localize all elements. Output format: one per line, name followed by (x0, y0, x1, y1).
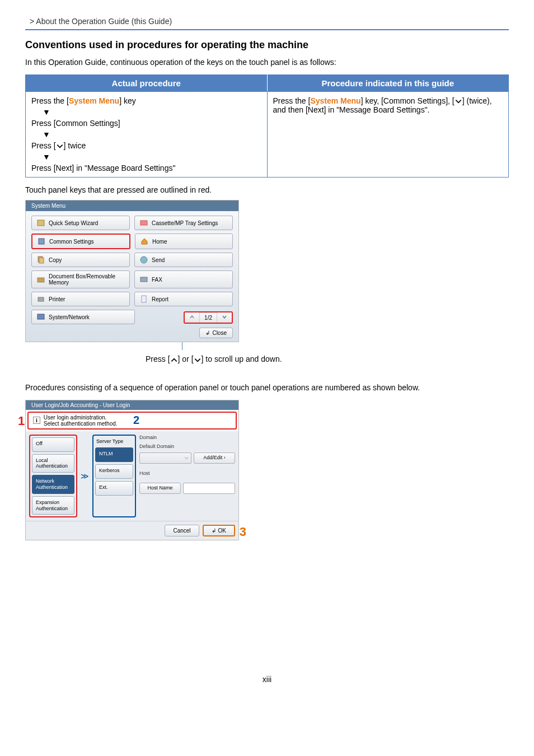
text: Press the [ (31, 96, 69, 105)
hostname-button[interactable]: Host Name (139, 483, 181, 494)
procedure-table: Actual procedure Procedure indicated in … (25, 74, 509, 178)
label: Document Box/Removable Memory (49, 273, 125, 286)
chevron-down-icon (455, 97, 462, 105)
svg-point-5 (140, 256, 147, 263)
svg-rect-7 (140, 277, 147, 282)
label: System/Network (49, 314, 90, 320)
svg-rect-4 (39, 258, 44, 263)
send-icon (139, 255, 148, 264)
domain-label: Domain (139, 435, 235, 440)
label: OK (218, 528, 226, 534)
td-guide: Press the [System Menu] key, [Common Set… (267, 92, 509, 178)
scroll-up-button[interactable] (185, 312, 200, 323)
dropdown-icon (184, 456, 189, 460)
text: ] to scroll up and down. (202, 354, 282, 363)
kerberos-tab[interactable]: Kerberos (95, 464, 133, 479)
svg-rect-6 (38, 278, 44, 282)
intro-text: In this Operation Guide, continuous oper… (25, 58, 509, 67)
hostname-input[interactable] (183, 483, 235, 494)
label: FAX (152, 277, 162, 283)
cassette-button[interactable]: Cassette/MP Tray Settings (134, 216, 233, 230)
label: Send (152, 257, 165, 263)
send-button[interactable]: Send (134, 253, 233, 267)
home-icon (140, 237, 149, 246)
step-1: 1 (18, 414, 25, 428)
report-button[interactable]: Report (134, 292, 233, 306)
enter-icon: ↲ (212, 528, 216, 534)
ok-button[interactable]: ↲OK (203, 525, 235, 536)
network-auth-tab[interactable]: Network Authentication (32, 475, 74, 494)
common-settings-button[interactable]: Common Settings (31, 234, 130, 249)
domain-input[interactable] (139, 452, 191, 464)
svg-rect-0 (38, 220, 44, 226)
text: Press [ (146, 354, 170, 363)
text: Press [ (31, 141, 56, 150)
chevron-right-icon: › (224, 455, 226, 460)
expansion-auth-tab[interactable]: Expansion Authentication (32, 496, 74, 515)
text: Select authentication method. (44, 421, 118, 427)
copy-button[interactable]: Copy (31, 253, 130, 267)
ntlm-tab[interactable]: NTLM (95, 447, 133, 462)
info-bar: i User login administration.Select authe… (27, 412, 237, 430)
th-actual: Actual procedure (26, 75, 268, 92)
label: Printer (49, 296, 65, 302)
step-2: 2 (133, 414, 139, 427)
page-number: xiii (25, 675, 509, 684)
ext-tab[interactable]: Ext. (95, 481, 133, 496)
chevron-down-icon (194, 356, 202, 364)
th-guide: Procedure indicated in this guide (267, 75, 509, 92)
fields-column: Domain Default Domain Add/Edit › Host Ho… (139, 435, 235, 518)
enter-icon: ↲ (205, 330, 210, 336)
step-3: 3 (240, 525, 246, 539)
quick-setup-button[interactable]: Quick Setup Wizard (31, 216, 130, 230)
info-icon: i (33, 417, 40, 424)
label: Copy (49, 257, 62, 263)
default-domain-label: Default Domain (139, 444, 235, 449)
svg-rect-9 (142, 296, 146, 302)
host-label: Host (139, 470, 235, 476)
down-arrow-icon: ▼ (43, 130, 50, 139)
label: Report (152, 296, 168, 302)
label: Quick Setup Wizard (49, 220, 98, 226)
system-menu-panel: System Menu Quick Setup Wizard Cassette/… (25, 200, 239, 342)
printer-icon (36, 295, 45, 304)
text: ] twice (64, 141, 86, 150)
svg-rect-1 (140, 221, 147, 225)
panel-title: System Menu (26, 200, 238, 211)
network-icon (36, 312, 45, 321)
close-button[interactable]: ↲Close (199, 328, 233, 338)
text: ] or [ (178, 354, 194, 363)
network-button[interactable]: System/Network (31, 310, 135, 324)
add-edit-button[interactable]: Add/Edit › (194, 452, 235, 464)
home-button[interactable]: Home (135, 234, 233, 249)
text: Press [Common Settings] (31, 119, 120, 128)
tray-icon (139, 218, 148, 227)
caption: Press [] or [] to scroll up and down. (146, 354, 509, 363)
scroll-down-button[interactable] (217, 312, 232, 323)
chevron-down-icon (56, 142, 64, 150)
svg-rect-10 (38, 314, 44, 319)
procedure-note: Procedures consisting of a sequence of o… (25, 383, 509, 392)
label: Home (152, 239, 167, 245)
fax-button[interactable]: FAX (134, 270, 233, 288)
docbox-button[interactable]: Document Box/Removable Memory (31, 270, 130, 288)
label: Common Settings (49, 239, 93, 245)
chevron-up-icon (170, 356, 178, 364)
down-arrow-icon: ▼ (43, 152, 50, 161)
copy-icon (36, 255, 45, 264)
settings-icon (37, 237, 46, 246)
pager: 1/2 (184, 311, 233, 324)
cancel-button[interactable]: Cancel (165, 525, 199, 536)
off-tab[interactable]: Off (32, 437, 74, 452)
fax-icon (139, 275, 148, 284)
system-menu-key: System Menu (310, 96, 360, 105)
svg-rect-2 (39, 239, 44, 244)
printer-button[interactable]: Printer (31, 292, 130, 306)
wizard-icon (36, 218, 45, 227)
report-icon (139, 295, 148, 304)
local-auth-tab[interactable]: Local Authentication (32, 454, 74, 473)
label: Cassette/MP Tray Settings (152, 220, 218, 226)
text: ] key (119, 96, 136, 105)
svg-rect-8 (38, 297, 44, 301)
divider (25, 29, 509, 30)
